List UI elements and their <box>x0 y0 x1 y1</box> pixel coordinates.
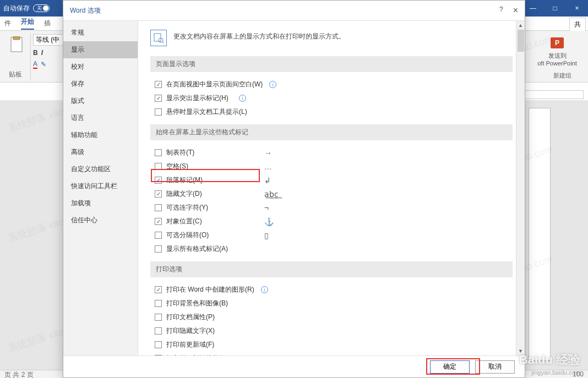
highlight-button[interactable]: ✎ <box>41 61 46 68</box>
minimize-button[interactable]: — <box>522 0 544 17</box>
close-button[interactable]: × <box>566 0 588 17</box>
sidebar-item-addins[interactable]: 加载项 <box>63 195 138 212</box>
space-symbol-icon: … <box>264 162 272 171</box>
checkbox[interactable] <box>155 81 162 88</box>
checkbox[interactable] <box>155 190 162 198</box>
checkbox[interactable] <box>155 300 162 307</box>
dialog-body: 常规 显示 校对 保存 版式 语言 辅助功能 高级 自定义功能区 快速访问工具栏… <box>63 20 525 355</box>
sidebar-item-customize-ribbon[interactable]: 自定义功能区 <box>63 161 138 178</box>
scroll-up-icon[interactable]: ▲ <box>516 21 525 30</box>
paragraph-symbol-icon: ↲ <box>264 176 271 185</box>
checkbox[interactable] <box>155 177 162 184</box>
opt-hover-tooltip[interactable]: 悬停时显示文档工具提示(L) <box>150 105 513 119</box>
svg-rect-4 <box>154 34 161 41</box>
tab-insert[interactable]: 插 <box>44 19 51 28</box>
checkbox[interactable] <box>155 163 162 170</box>
toggle-switch[interactable]: 关 <box>33 4 50 12</box>
opt-object-anchors[interactable]: 对象位置(C) ⚓ <box>150 215 513 228</box>
dialog-title: Word 选项 <box>70 6 101 15</box>
checkbox[interactable] <box>155 327 162 335</box>
checkbox[interactable] <box>155 355 162 355</box>
maximize-button[interactable]: □ <box>544 0 566 17</box>
sidebar-item-proofing[interactable]: 校对 <box>63 58 138 75</box>
dialog-sidebar: 常规 显示 校对 保存 版式 语言 辅助功能 高级 自定义功能区 快速访问工具栏… <box>63 21 138 355</box>
opt-optional-breaks[interactable]: 可选分隔符(O) ▯ <box>150 228 513 242</box>
checkbox[interactable] <box>155 108 162 116</box>
opt-print-background[interactable]: 打印背景色和图像(B) <box>150 297 513 310</box>
toggle-knob <box>43 6 48 11</box>
sidebar-item-quick-access[interactable]: 快速访问工具栏 <box>63 178 138 195</box>
opt-spaces[interactable]: 空格(S) … <box>150 160 513 173</box>
paste-icon[interactable] <box>9 36 24 54</box>
dialog-help-button[interactable]: ? <box>499 6 503 15</box>
opt-paragraph-marks[interactable]: 段落标记(M) ↲ <box>150 173 513 187</box>
word-options-dialog: Word 选项 ? × 常规 显示 校对 保存 版式 语言 辅助功能 高级 自定… <box>63 0 525 378</box>
powerpoint-icon[interactable]: P <box>549 35 565 51</box>
tab-home[interactable]: 开始 <box>21 17 34 30</box>
tab-symbol-icon: → <box>264 149 272 157</box>
cancel-button[interactable]: 取消 <box>475 360 515 374</box>
send-section: P 发送到 oft PowerPoint <box>530 35 585 67</box>
info-icon[interactable]: i <box>269 81 276 88</box>
checkbox[interactable] <box>155 286 162 293</box>
font-name-selector[interactable]: 等线 (中 <box>33 34 66 46</box>
checkbox[interactable] <box>155 204 162 211</box>
checkbox[interactable] <box>155 245 162 253</box>
autosave-toggle[interactable]: 自动保存 关 <box>3 4 50 13</box>
hyphen-symbol-icon: ¬ <box>264 204 269 212</box>
section-formatting-marks: 始终在屏幕上显示这些格式标记 <box>150 124 513 140</box>
section-page-display: 页面显示选项 <box>150 56 513 72</box>
bold-button[interactable]: B <box>33 49 38 57</box>
checkbox[interactable] <box>155 341 162 348</box>
font-color-button[interactable]: A <box>33 60 37 69</box>
sidebar-item-general[interactable]: 常规 <box>63 24 138 41</box>
opt-update-fields[interactable]: 打印前更新域(F) <box>150 338 513 352</box>
opt-show-whitespace[interactable]: 在页面视图中显示页面间空白(W) i <box>150 78 513 91</box>
sidebar-item-layout[interactable]: 版式 <box>63 92 138 109</box>
vertical-scrollbar[interactable]: ▲ ▼ <box>516 21 525 355</box>
italic-button[interactable]: I <box>41 49 43 57</box>
dialog-close-button[interactable]: × <box>513 6 518 15</box>
sidebar-item-save[interactable]: 保存 <box>63 75 138 92</box>
anchor-symbol-icon: ⚓ <box>264 217 274 226</box>
new-group-label: 新建组 <box>553 72 571 80</box>
opt-tab-chars[interactable]: 制表符(T) → <box>150 146 513 160</box>
clipboard-label: 贴板 <box>9 70 22 79</box>
info-icon[interactable]: i <box>239 95 246 102</box>
opt-print-hidden-text[interactable]: 打印隐藏文字(X) <box>150 324 513 338</box>
opt-print-properties[interactable]: 打印文档属性(P) <box>150 310 513 324</box>
svg-line-6 <box>162 42 164 43</box>
content-heading-row: 更改文档内容在屏幕上的显示方式和在打印时的显示方式。 <box>150 30 513 46</box>
checkbox[interactable] <box>155 95 162 102</box>
opt-optional-hyphens[interactable]: 可选连字符(Y) ¬ <box>150 201 513 215</box>
page <box>529 108 551 361</box>
dialog-content: 更改文档内容在屏幕上的显示方式和在打印时的显示方式。 页面显示选项 在页面视图中… <box>138 21 525 355</box>
opt-show-highlight[interactable]: 显示突出显示标记(H) i <box>150 91 513 105</box>
tab-file[interactable]: 件 <box>4 19 11 28</box>
display-options-icon <box>150 30 167 46</box>
sidebar-item-language[interactable]: 语言 <box>63 109 138 127</box>
opt-update-links[interactable]: 打印前更新链接数据(K) <box>150 352 513 355</box>
sidebar-item-accessibility[interactable]: 辅助功能 <box>63 127 138 144</box>
opt-hidden-text[interactable]: 隐藏文字(D) a͟b͟c͟ <box>150 187 513 201</box>
sidebar-item-advanced[interactable]: 高级 <box>63 144 138 161</box>
svg-rect-1 <box>13 36 20 40</box>
checkbox[interactable] <box>155 232 162 239</box>
opt-print-drawings[interactable]: 打印在 Word 中创建的图形(R) i <box>150 283 513 297</box>
info-icon[interactable]: i <box>261 286 268 293</box>
sidebar-item-display[interactable]: 显示 <box>63 41 138 58</box>
svg-text:P: P <box>555 39 559 47</box>
checkbox[interactable] <box>155 149 162 156</box>
opt-show-all-marks[interactable]: 显示所有格式标记(A) <box>150 242 513 256</box>
checkbox[interactable] <box>155 218 162 225</box>
clipboard-section: 贴板 <box>2 33 31 80</box>
autosave-state: 关 <box>37 5 42 12</box>
ok-button[interactable]: 确定 <box>430 360 470 374</box>
checkbox[interactable] <box>155 314 162 321</box>
scroll-down-icon[interactable]: ▼ <box>516 347 525 355</box>
sidebar-item-trust-center[interactable]: 信任中心 <box>63 212 138 229</box>
scroll-thumb[interactable] <box>518 30 524 52</box>
send-label2: oft PowerPoint <box>530 60 585 67</box>
share-button[interactable]: 共 <box>569 18 586 31</box>
page-count: 页 共 2 页 <box>4 370 34 378</box>
